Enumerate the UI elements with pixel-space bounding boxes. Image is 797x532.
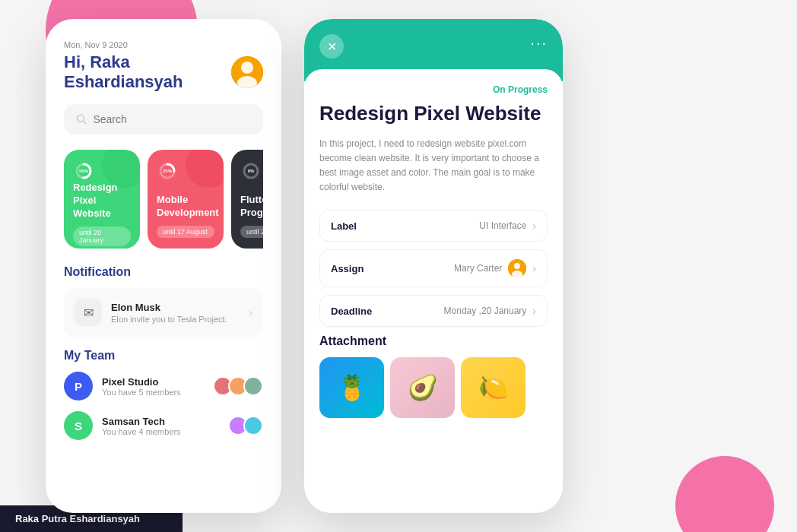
greeting-text: Hi, Raka Eshardiansyah: [64, 52, 231, 92]
project-cards: 50% Redesign Pixel Website until 20 Janu…: [64, 150, 263, 249]
team-members-pixel: You have 5 members: [102, 388, 204, 397]
team-avatar-3: [243, 376, 263, 396]
team-content-pixel: Pixel Studio You have 5 members: [102, 376, 204, 397]
team-icon-pixel: P: [64, 372, 93, 401]
info-arrow-label: ›: [532, 220, 536, 232]
close-button[interactable]: ✕: [319, 34, 344, 59]
right-phone: ✕ ··· On Progress Redesign Pixel Website…: [304, 19, 563, 513]
my-team-section-title: My Team: [64, 349, 263, 363]
project-card-flutter[interactable]: 0% Flutter Prog... until 20...: [231, 150, 263, 249]
progress-circle-3: 0%: [240, 160, 262, 182]
card-title-3: Flutter Prog...: [240, 194, 263, 220]
attachment-thumb-1[interactable]: 🍍: [319, 357, 384, 418]
card-percent-3: 0%: [248, 169, 255, 173]
info-value-deadline-text: Monday ,20 January: [444, 306, 527, 316]
team-members-samsan: You have 4 members: [102, 427, 219, 436]
card-blob-2: [186, 150, 224, 188]
on-progress-badge: On Progress: [319, 84, 548, 95]
info-label-deadline: Deadline: [331, 306, 372, 317]
info-value-label: UI Interface ›: [479, 220, 536, 232]
progress-circle-1: 50%: [73, 160, 94, 182]
info-arrow-assign: ›: [532, 262, 536, 274]
team-avatar-s2: [243, 416, 263, 435]
info-label-label: Label: [331, 220, 357, 232]
card-title-2: Mobile Development: [157, 194, 214, 220]
svg-point-11: [514, 263, 520, 269]
team-icon-samsan: S: [64, 411, 93, 440]
info-value-label-text: UI Interface: [479, 220, 526, 231]
more-button[interactable]: ···: [530, 34, 548, 52]
notification-section-title: Notification: [64, 265, 263, 279]
progress-circle-2: 25%: [157, 160, 178, 182]
team-name-pixel: Pixel Studio: [102, 376, 204, 388]
project-card-mobile[interactable]: 25% Mobile Development until 17 August: [148, 150, 224, 249]
attachment-thumb-2[interactable]: 🥑: [390, 357, 455, 418]
notification-arrow-icon: ›: [249, 306, 252, 318]
info-row-deadline[interactable]: Deadline Monday ,20 January ›: [319, 295, 548, 327]
greeting-row: Hi, Raka Eshardiansyah: [64, 52, 263, 92]
notification-sender: Elon Musk: [111, 302, 240, 313]
card-percent-2: 25%: [163, 169, 172, 173]
notification-message: Elon invite you to Tesla Project.: [111, 315, 240, 324]
right-phone-body: On Progress Redesign Pixel Website In th…: [304, 69, 563, 513]
info-row-label[interactable]: Label UI Interface ›: [319, 210, 548, 242]
user-avatar: [231, 56, 263, 88]
notification-envelope-icon: ✉: [75, 299, 102, 326]
info-value-assign: Mary Carter ›: [454, 259, 536, 277]
date-label: Mon, Nov 9 2020: [64, 40, 263, 49]
card-percent-1: 50%: [79, 169, 88, 173]
team-item-pixel[interactable]: P Pixel Studio You have 5 members: [64, 372, 263, 401]
info-row-assign[interactable]: Assign Mary Carter ›: [319, 249, 548, 287]
assign-avatar: [508, 259, 526, 277]
main-container: Mon, Nov 9 2020 Hi, Raka Eshardiansyah: [0, 0, 797, 532]
svg-point-1: [241, 62, 253, 74]
card-bottom-1: Redesign Pixel Website until 20 January: [73, 182, 131, 246]
team-avatars-pixel: [213, 376, 263, 396]
search-icon: [76, 113, 87, 125]
search-input[interactable]: [93, 113, 251, 125]
info-label-assign: Assign: [331, 263, 364, 274]
card-date-1: until 20 January: [73, 226, 131, 246]
project-description: In this project, I need to redesign webs…: [319, 137, 548, 195]
info-arrow-deadline: ›: [532, 305, 536, 317]
card-bottom-3: Flutter Prog... until 20...: [240, 194, 263, 238]
attachment-title: Attachment: [319, 334, 548, 348]
info-value-deadline: Monday ,20 January ›: [444, 305, 536, 317]
info-value-assign-text: Mary Carter: [454, 263, 502, 274]
attachment-thumb-3[interactable]: 🍋: [461, 357, 526, 418]
card-bottom-2: Mobile Development until 17 August: [157, 194, 214, 238]
notification-item[interactable]: ✉ Elon Musk Elon invite you to Tesla Pro…: [64, 288, 263, 337]
search-bar[interactable]: [64, 104, 263, 135]
project-card-redesign[interactable]: 50% Redesign Pixel Website until 20 Janu…: [64, 150, 140, 249]
attachment-grid: 🍍 🥑 🍋: [319, 357, 548, 418]
team-name-samsan: Samsan Tech: [102, 416, 219, 427]
card-date-3: until 20...: [240, 226, 263, 238]
left-phone: Mon, Nov 9 2020 Hi, Raka Eshardiansyah: [46, 19, 281, 513]
right-project-title: Redesign Pixel Website: [319, 101, 548, 126]
team-avatars-samsan: [228, 416, 263, 435]
team-item-samsan[interactable]: S Samsan Tech You have 4 members: [64, 411, 263, 440]
card-date-2: until 17 August: [157, 226, 214, 238]
team-content-samsan: Samsan Tech You have 4 members: [102, 416, 219, 436]
notification-content: Elon Musk Elon invite you to Tesla Proje…: [111, 302, 240, 324]
